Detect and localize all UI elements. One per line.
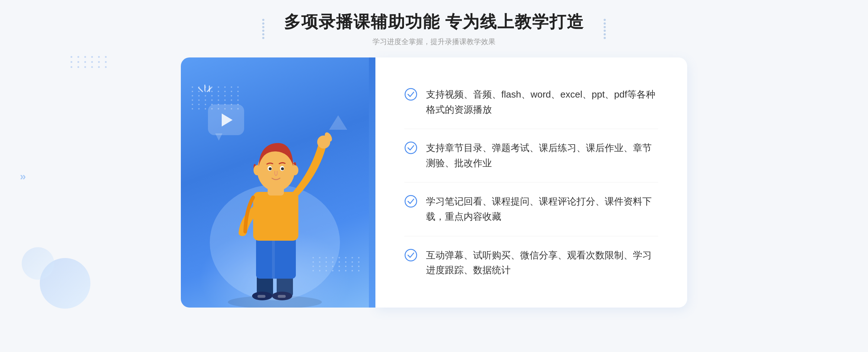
feature-item-3: 学习笔记回看、课程提问、课程评论打分、课件资料下载，重点内容收藏 [404, 183, 658, 236]
bg-dot-grid-1 [71, 56, 109, 68]
deco-circle-small [22, 247, 54, 280]
svg-point-16 [269, 167, 272, 170]
svg-point-21 [405, 89, 417, 100]
blue-strip [369, 57, 375, 308]
sub-title: 学习进度全掌握，提升录播课教学效果 [284, 37, 584, 47]
svg-point-18 [291, 165, 298, 175]
title-deco-right [604, 19, 606, 39]
feature-text-4: 互动弹幕、试听购买、微信分享、观看次数限制、学习进度跟踪、数据统计 [426, 248, 658, 278]
svg-rect-20 [278, 295, 286, 298]
title-deco-left [262, 19, 264, 39]
check-icon-4 [404, 249, 417, 262]
check-icon-3 [404, 195, 417, 208]
svg-point-24 [405, 249, 417, 261]
feature-item-4: 互动弹幕、试听购买、微信分享、观看次数限制、学习进度跟踪、数据统计 [404, 236, 658, 289]
feature-text-2: 支持章节目录、弹题考试、课后练习、课后作业、章节测验、批改作业 [426, 141, 658, 171]
feature-text-3: 学习笔记回看、课程提问、课程评论打分、课件资料下载，重点内容收藏 [426, 194, 658, 224]
features-panel: 支持视频、音频、flash、word、excel、ppt、pdf等各种格式的资源… [375, 57, 687, 308]
main-title: 多项录播课辅助功能 专为线上教学打造 [284, 11, 584, 33]
content-area: 支持视频、音频、flash、word、excel、ppt、pdf等各种格式的资源… [181, 57, 687, 308]
svg-point-17 [254, 165, 261, 175]
svg-rect-8 [253, 192, 298, 241]
svg-point-22 [405, 142, 417, 154]
chevron-left-decoration: » [20, 169, 24, 183]
title-section: 多项录播课辅助功能 专为线上教学打造 学习进度全掌握，提升录播课教学效果 [284, 11, 584, 47]
feature-item-1: 支持视频、音频、flash、word、excel、ppt、pdf等各种格式的资源… [404, 76, 658, 129]
feature-text-1: 支持视频、音频、flash、word、excel、ppt、pdf等各种格式的资源… [426, 87, 658, 117]
check-icon-1 [404, 88, 417, 101]
svg-rect-6 [256, 235, 296, 279]
feature-item-2: 支持章节目录、弹题考试、课后练习、课后作业、章节测验、批改作业 [404, 129, 658, 183]
person-illustration [206, 98, 344, 308]
svg-point-14 [281, 167, 284, 170]
page-wrapper: 多项录播课辅助功能 专为线上教学打造 学习进度全掌握，提升录播课教学效果 [0, 0, 868, 352]
svg-point-23 [405, 196, 417, 207]
illustration-card [181, 57, 369, 308]
svg-rect-19 [258, 295, 265, 298]
check-icon-2 [404, 141, 417, 154]
svg-rect-7 [272, 235, 275, 279]
